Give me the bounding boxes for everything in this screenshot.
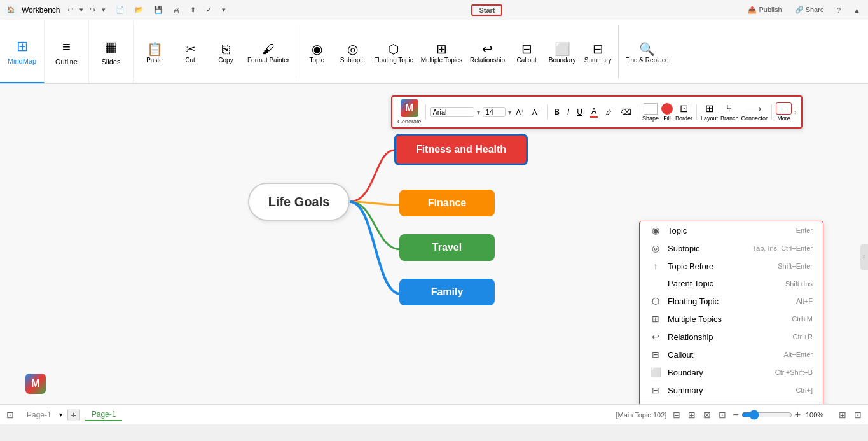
mindmap-icon: ⊞ (17, 38, 28, 55)
travel-node[interactable]: Travel (399, 234, 495, 261)
font-select[interactable] (430, 107, 474, 117)
generate-label: Generate (397, 118, 422, 125)
page-dropdown-tab[interactable]: Page-1 (20, 409, 58, 421)
zoom-out-button[interactable]: − (733, 409, 738, 421)
menu-topic-before[interactable]: ↑ Topic Before Shift+Enter (640, 257, 823, 275)
font-size-input[interactable] (483, 107, 506, 117)
more-title-button[interactable]: ▾ (219, 4, 228, 15)
format-painter-button[interactable]: 🖌 Format Painter (244, 31, 293, 76)
font-color-button[interactable]: A (588, 106, 600, 119)
export-button[interactable]: ⬆ (188, 4, 198, 15)
mt-divider-3 (638, 104, 638, 120)
callout-shortcut: Alt+Enter (783, 351, 813, 358)
open-file-button[interactable]: 📂 (132, 4, 146, 15)
floating-topic-menu-label: Floating Topic (668, 297, 719, 306)
highlight-button[interactable]: 🖊 (603, 106, 616, 118)
zoom-fit-button[interactable]: ⊞ (687, 409, 697, 421)
branch-icon: ⑂ (726, 103, 733, 115)
family-node[interactable]: Family (399, 279, 495, 305)
clipboard-items: 📋 Paste ✂ Cut ⎘ Copy 🖌 Format Painter (137, 23, 293, 83)
callout-button[interactable]: ⊟ Callout (509, 31, 544, 76)
collapse-handle[interactable]: ‹ (860, 244, 868, 270)
add-page-button[interactable]: + (67, 409, 80, 421)
presentation-button[interactable]: ⊡ (853, 409, 863, 421)
center-node[interactable]: Life Goals (248, 183, 350, 221)
erase-button[interactable]: ⌫ (618, 106, 634, 118)
topic-button[interactable]: ◉ Topic (299, 31, 334, 76)
font-size-down[interactable]: A⁻ (530, 107, 543, 118)
new-file-button[interactable]: 📄 (113, 4, 127, 15)
redo-button[interactable]: ↪ (87, 4, 98, 15)
menu-multiple-topics[interactable]: ⊞ Multiple Topics Ctrl+M (640, 310, 823, 328)
shape-label: Shape (642, 115, 659, 122)
nav-slides[interactable]: ▦ Slides (89, 20, 134, 83)
boundary-button[interactable]: ⬜ Boundary (544, 31, 580, 76)
more-button[interactable]: ⋯ (776, 102, 792, 115)
underline-button[interactable]: U (574, 106, 585, 118)
mt-divider-2 (547, 104, 548, 120)
start-tab-active[interactable]: Start (471, 4, 502, 16)
topic-shortcut: Enter (796, 227, 813, 234)
title-bar-left: 🏠 Workbench ↩ ▾ ↪ ▾ 📄 📂 💾 🖨 ⬆ ✓ ▾ (5, 4, 228, 16)
current-page-tab[interactable]: Page-1 (85, 409, 123, 421)
fit-view-button[interactable]: ⊡ (5, 409, 15, 421)
menu-topic[interactable]: ◉ Topic Enter (640, 221, 823, 239)
zoom-slider[interactable] (741, 410, 792, 420)
summary-menu-icon: ⊟ (650, 385, 661, 395)
menu-parent-topic[interactable]: Parent Topic Shift+Ins (640, 275, 823, 292)
expand-button[interactable]: ⊡ (717, 409, 727, 421)
full-screen-button[interactable]: ⊠ (702, 409, 712, 421)
menu-summary-left: ⊟ Summary (650, 385, 703, 395)
find-replace-button[interactable]: 🔍 Find & Replace (621, 31, 672, 76)
fit-window-button[interactable]: ⊞ (837, 409, 848, 421)
fill-preview (661, 103, 673, 115)
share-button[interactable]: 🔗 Share (792, 4, 827, 15)
bold-button[interactable]: B (551, 106, 562, 118)
publish-button[interactable]: 📤 Publish (745, 4, 784, 15)
floating-topic-shortcut: Alt+F (796, 297, 813, 305)
fitness-node[interactable]: Fitness and Health (394, 134, 528, 165)
summary-button[interactable]: ⊟ Summary (580, 31, 616, 76)
check-button[interactable]: ✓ (203, 4, 214, 15)
menu-relationship[interactable]: ↩ Relationship Ctrl+R (640, 328, 823, 346)
menu-floating-topic-left: ⬡ Floating Topic (650, 296, 719, 306)
canvas-area[interactable]: Life Goals Fitness and Health Finance Tr… (0, 84, 868, 404)
multiple-topics-button[interactable]: ⊞ Multiple Topics (417, 31, 466, 76)
save-button[interactable]: 💾 (151, 4, 165, 15)
help-button[interactable]: ? (834, 5, 843, 15)
menu-boundary-left: ⬜ Boundary (650, 367, 703, 377)
menu-topic-left: ◉ Topic (650, 225, 687, 235)
italic-button[interactable]: I (565, 106, 572, 118)
redo-dropdown[interactable]: ▾ (99, 4, 108, 15)
nav-mindmap[interactable]: ⊞ MindMap (0, 20, 45, 83)
menu-boundary[interactable]: ⬜ Boundary Ctrl+Shift+B (640, 363, 823, 381)
finance-node[interactable]: Finance (399, 190, 495, 216)
status-left: ⊡ Page-1 ▾ + Page-1 (5, 409, 122, 421)
fit-page-button[interactable]: ⊟ (672, 409, 682, 421)
paste-button[interactable]: 📋 Paste (137, 31, 172, 76)
subtopic-shortcut: Tab, Ins, Ctrl+Enter (753, 244, 813, 252)
mt-divider-4 (696, 104, 697, 120)
font-size-up[interactable]: A⁺ (514, 107, 527, 118)
relationship-button[interactable]: ↩ Relationship (466, 31, 509, 76)
menu-subtopic[interactable]: ◎ Subtopic Tab, Ins, Ctrl+Enter (640, 239, 823, 257)
cut-button[interactable]: ✂ Cut (172, 31, 208, 76)
title-bar: 🏠 Workbench ↩ ▾ ↪ ▾ 📄 📂 💾 🖨 ⬆ ✓ ▾ Start … (0, 0, 868, 20)
floating-topic-button[interactable]: ⬡ Floating Topic (370, 31, 417, 76)
layout-icon: ⊞ (705, 102, 713, 115)
menu-floating-topic[interactable]: ⬡ Floating Topic Alt+F (640, 292, 823, 310)
copy-button[interactable]: ⎘ Copy (208, 31, 244, 76)
nav-outline[interactable]: ≡ Outline (45, 20, 89, 83)
print-button[interactable]: 🖨 (170, 5, 183, 15)
subtopic-button[interactable]: ◎ Subtopic (334, 31, 370, 76)
zoom-in-button[interactable]: + (795, 409, 801, 421)
menu-summary[interactable]: ⊟ Summary Ctrl+] (640, 381, 823, 399)
layout-label: Layout (701, 115, 718, 122)
zoom-percent: 100% (806, 411, 832, 419)
undo-dropdown[interactable]: ▾ (77, 4, 86, 15)
undo-button[interactable]: ↩ (65, 4, 76, 15)
menu-callout[interactable]: ⊟ Callout Alt+Enter (640, 346, 823, 363)
callout-icon: ⊟ (521, 43, 532, 55)
summary-shortcut: Ctrl+] (796, 386, 813, 394)
collapse-ribbon-button[interactable]: ▲ (851, 5, 863, 15)
